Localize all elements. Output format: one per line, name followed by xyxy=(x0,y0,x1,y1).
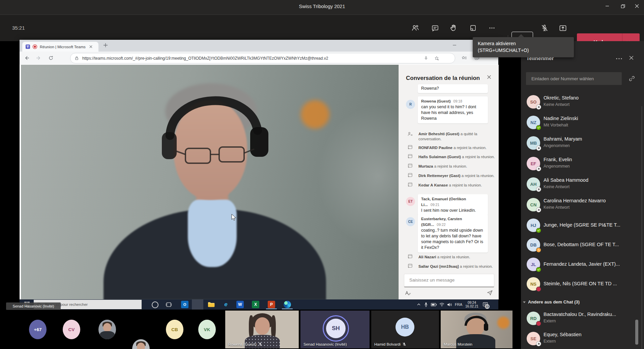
participant-row[interactable]: JL Fernandez Landeta, Javier (EXT)... xyxy=(521,258,639,277)
video-tile-hamid[interactable]: HB Hamid Bolvardi xyxy=(371,311,439,348)
format-icon xyxy=(405,290,411,296)
avatar: SO xyxy=(527,95,540,109)
plus-icon xyxy=(103,43,108,48)
tray-expand-icon xyxy=(417,302,421,307)
chat-system-message: Amir Beheshti (Guest) a quitté la conver… xyxy=(418,132,499,142)
minimize-icon xyxy=(605,4,609,8)
participant-row[interactable]: MB Bahrami, Maryam Angenommen xyxy=(521,136,639,156)
participant-row[interactable]: SE Equey, Sébastien Extern xyxy=(521,332,639,349)
filmstrip-avatar-count[interactable]: +67 xyxy=(29,320,47,339)
browser-tab-title: Réunion | Microsoft Teams xyxy=(40,45,88,49)
browser-tab: Réunion | Microsoft Teams xyxy=(22,42,98,52)
tray-clock: 09:24 16.02.21 xyxy=(465,301,478,309)
lock-icon xyxy=(75,56,79,60)
teams-favicon xyxy=(25,44,30,49)
avatar: SE xyxy=(527,332,540,345)
raised-hand-icon xyxy=(449,24,458,32)
filmstrip-photo-avatar[interactable] xyxy=(132,339,150,349)
video-tile-senad[interactable]: SH Senad Hasanovic (Invité) xyxy=(300,311,370,348)
file-explorer-icon xyxy=(208,301,215,308)
filmstrip-photo-avatar[interactable] xyxy=(98,320,116,339)
filmstrip-avatar[interactable]: CB xyxy=(166,320,183,339)
participants-more-icon[interactable] xyxy=(616,57,622,60)
invite-input[interactable] xyxy=(531,76,616,82)
busy-badge xyxy=(536,321,541,326)
headphones-and-glasses-icon xyxy=(149,71,291,193)
chat-system-message: Murtaza a rejoint la réunion. xyxy=(418,164,499,169)
scrollbar-thumb[interactable] xyxy=(635,320,638,345)
chat-message: Rowena (Guest)09:18 can you send it to h… xyxy=(418,96,488,123)
filmstrip-avatar[interactable]: VK xyxy=(198,320,216,339)
close-button[interactable] xyxy=(629,0,644,12)
copy-link-icon[interactable] xyxy=(628,75,636,82)
participant-row[interactable]: CN Carolina Hernandez Navarro Keine Antw… xyxy=(521,198,639,217)
video-tile-marcus[interactable]: Marcus Morstein xyxy=(441,311,513,348)
chat-avatar: CE xyxy=(406,217,415,226)
cortana-icon xyxy=(152,301,158,308)
chat-message: Eusterbarkey, Carsten (SGR...09:22 coati… xyxy=(418,214,488,253)
internet-explorer-icon: e xyxy=(222,301,230,308)
camera-tooltip: Kamera aktivieren (STRG+UMSCHALT+O) xyxy=(473,37,574,57)
participant-row[interactable]: DB Bose, Debottam (SGRE OF TE T... xyxy=(521,238,639,258)
no-response-badge xyxy=(536,105,541,110)
edge-icon xyxy=(194,301,201,308)
participants-button[interactable] xyxy=(408,20,423,36)
address-pill xyxy=(70,53,455,63)
window-title: Swiss Tribology 2021 xyxy=(0,4,644,9)
tray-speaker-icon xyxy=(447,302,452,307)
speaking-ring: SH xyxy=(323,315,349,342)
mic-off-icon xyxy=(540,24,549,32)
participant-row[interactable]: RD Bactavatchalou Dr., Ravindraku... Ext… xyxy=(521,312,639,331)
send-icon xyxy=(487,289,493,296)
participant-row[interactable]: NZ Nadine Zielinski Mit Vorbehalt xyxy=(521,116,639,135)
chat-title: Conversation de la réunion xyxy=(406,75,480,82)
task-view-icon xyxy=(166,302,172,308)
tile-name-label: Rowena (Guest) xyxy=(228,342,262,346)
joined-meeting-icon xyxy=(407,163,413,169)
chat-button[interactable] xyxy=(427,20,443,36)
filmstrip-avatar[interactable]: CV xyxy=(63,320,80,339)
minimize-button[interactable] xyxy=(599,0,615,12)
participant-row[interactable]: AH Ali Sabea Hammood Keine Antwort xyxy=(521,177,639,197)
participants-close-icon[interactable] xyxy=(629,55,634,60)
excel-icon: X xyxy=(252,301,259,308)
participant-row[interactable]: NS Steimle, Nils (SGRE ON TE TD ... xyxy=(521,277,639,297)
tray-wifi-icon xyxy=(439,302,444,307)
favorite-add-icon xyxy=(434,56,439,61)
participant-row[interactable]: SO Okretic, Stefano Keine Antwort xyxy=(521,95,639,115)
video-tile-rowena[interactable]: Rowena (Guest) xyxy=(225,311,299,348)
speaker-shirt xyxy=(188,200,237,267)
participant-row[interactable]: HJ Junge, Helge (SGRE SE PI&TE T... xyxy=(521,219,639,238)
avatar: DB xyxy=(527,238,540,252)
available-badge xyxy=(536,267,541,272)
restore-button[interactable] xyxy=(615,0,631,12)
browser-minimize-icon xyxy=(452,43,457,47)
tray-battery-icon xyxy=(431,303,437,307)
background-logo-blur xyxy=(301,100,329,129)
recording-indicator-icon xyxy=(32,44,37,49)
browser-forward-button xyxy=(34,53,44,63)
shared-screen-browser-window: Réunion | Microsoft Teams xyxy=(20,40,498,310)
others-section-header[interactable]: Andere aus dem Chat (3) xyxy=(528,299,580,304)
people-icon xyxy=(411,24,420,32)
powerpoint-icon: P xyxy=(268,301,275,308)
mic-off-icon xyxy=(402,342,406,346)
tile-name-label: Marcus Morstein xyxy=(444,342,472,346)
participant-row[interactable]: EF Frank, Evelin Angenommen xyxy=(521,157,639,176)
system-tray: FRA 09:24 16.02.21 23 xyxy=(417,299,488,310)
tile-name-label: Hamid Bolvardi xyxy=(374,342,406,346)
breakout-rooms-button[interactable] xyxy=(465,20,481,36)
share-screen-button[interactable] xyxy=(555,20,570,36)
avatar: HJ xyxy=(527,219,540,232)
avatar: EF xyxy=(527,157,540,170)
browser-url-bar xyxy=(20,52,498,64)
invite-field[interactable] xyxy=(526,72,622,85)
section-collapse-caret[interactable] xyxy=(523,301,526,303)
raise-hand-button[interactable] xyxy=(446,20,461,36)
more-actions-button[interactable] xyxy=(484,20,500,36)
no-response-badge xyxy=(536,166,541,171)
scrollbar-track[interactable] xyxy=(641,106,642,349)
mic-toggle-button[interactable] xyxy=(537,20,552,36)
chat-system-message: Hafis Sulaiman (Guest) a rejoint la réun… xyxy=(418,154,499,159)
browser-back-button xyxy=(22,53,32,63)
